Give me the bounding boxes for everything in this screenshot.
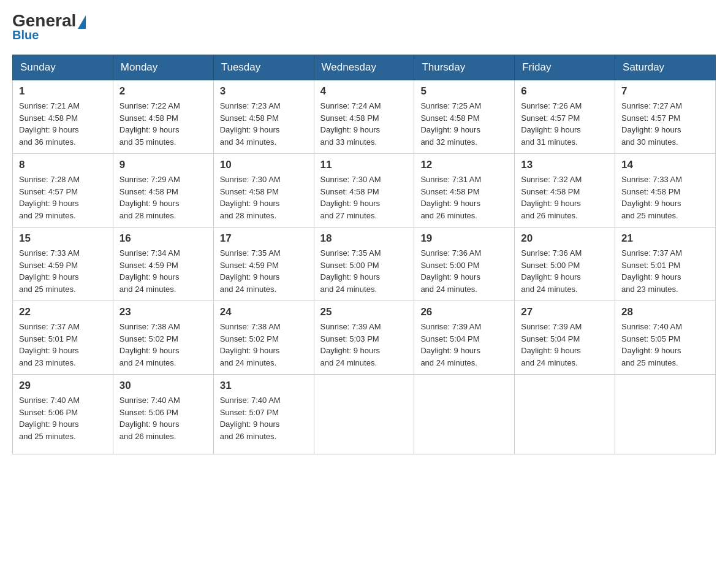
day-info: Sunrise: 7:25 AMSunset: 4:58 PMDaylight:… [420, 100, 508, 148]
calendar-cell: 8Sunrise: 7:28 AMSunset: 4:57 PMDaylight… [13, 154, 113, 228]
calendar-cell: 15Sunrise: 7:33 AMSunset: 4:59 PMDayligh… [13, 228, 113, 301]
day-info: Sunrise: 7:37 AMSunset: 5:01 PMDaylight:… [19, 321, 107, 369]
calendar-cell: 1Sunrise: 7:21 AMSunset: 4:58 PMDaylight… [13, 80, 113, 154]
day-info: Sunrise: 7:31 AMSunset: 4:58 PMDaylight:… [420, 174, 508, 221]
day-info: Sunrise: 7:24 AMSunset: 4:58 PMDaylight:… [320, 100, 408, 148]
day-info: Sunrise: 7:38 AMSunset: 5:02 PMDaylight:… [220, 321, 308, 369]
calendar-cell: 2Sunrise: 7:22 AMSunset: 4:58 PMDaylight… [113, 80, 213, 154]
calendar-cell: 28Sunrise: 7:40 AMSunset: 5:05 PMDayligh… [615, 301, 716, 375]
calendar-cell: 6Sunrise: 7:26 AMSunset: 4:57 PMDaylight… [515, 80, 615, 154]
calendar-cell: 3Sunrise: 7:23 AMSunset: 4:58 PMDaylight… [213, 80, 314, 154]
calendar-week-row: 8Sunrise: 7:28 AMSunset: 4:57 PMDaylight… [13, 154, 716, 228]
day-info: Sunrise: 7:29 AMSunset: 4:58 PMDaylight:… [119, 174, 207, 221]
day-number: 13 [521, 159, 609, 171]
day-info: Sunrise: 7:35 AMSunset: 5:00 PMDaylight:… [320, 247, 408, 295]
day-info: Sunrise: 7:40 AMSunset: 5:06 PMDaylight:… [119, 394, 207, 442]
day-number: 31 [220, 380, 308, 392]
day-number: 23 [119, 306, 207, 318]
day-number: 5 [420, 85, 508, 98]
day-number: 22 [19, 306, 107, 318]
calendar-cell: 4Sunrise: 7:24 AMSunset: 4:58 PMDaylight… [314, 80, 414, 154]
header-monday: Monday [113, 55, 213, 80]
header-wednesday: Wednesday [314, 55, 414, 80]
day-number: 26 [420, 306, 508, 318]
calendar-week-row: 1Sunrise: 7:21 AMSunset: 4:58 PMDaylight… [13, 80, 716, 154]
calendar-cell: 25Sunrise: 7:39 AMSunset: 5:03 PMDayligh… [314, 301, 414, 375]
calendar-cell: 30Sunrise: 7:40 AMSunset: 5:06 PMDayligh… [113, 375, 213, 454]
calendar-cell: 20Sunrise: 7:36 AMSunset: 5:00 PMDayligh… [515, 228, 615, 301]
day-number: 25 [320, 306, 408, 318]
calendar-cell [515, 375, 615, 454]
day-number: 24 [220, 306, 308, 318]
calendar-week-row: 29Sunrise: 7:40 AMSunset: 5:06 PMDayligh… [13, 375, 716, 454]
calendar-cell: 12Sunrise: 7:31 AMSunset: 4:58 PMDayligh… [414, 154, 515, 228]
header-saturday: Saturday [615, 55, 716, 80]
calendar-cell: 17Sunrise: 7:35 AMSunset: 4:59 PMDayligh… [213, 228, 314, 301]
calendar-cell: 19Sunrise: 7:36 AMSunset: 5:00 PMDayligh… [414, 228, 515, 301]
day-info: Sunrise: 7:35 AMSunset: 4:59 PMDaylight:… [220, 247, 308, 295]
calendar-cell: 16Sunrise: 7:34 AMSunset: 4:59 PMDayligh… [113, 228, 213, 301]
logo-blue-text: Blue [12, 28, 39, 42]
logo-general-text: General [12, 12, 86, 29]
calendar-cell: 31Sunrise: 7:40 AMSunset: 5:07 PMDayligh… [213, 375, 314, 454]
calendar-cell [615, 375, 716, 454]
day-info: Sunrise: 7:22 AMSunset: 4:58 PMDaylight:… [119, 100, 207, 148]
calendar-week-row: 22Sunrise: 7:37 AMSunset: 5:01 PMDayligh… [13, 301, 716, 375]
calendar-cell [314, 375, 414, 454]
calendar-cell: 23Sunrise: 7:38 AMSunset: 5:02 PMDayligh… [113, 301, 213, 375]
day-number: 4 [320, 85, 408, 98]
day-number: 27 [521, 306, 609, 318]
day-info: Sunrise: 7:27 AMSunset: 4:57 PMDaylight:… [621, 100, 709, 148]
day-number: 16 [119, 232, 207, 245]
calendar-cell: 29Sunrise: 7:40 AMSunset: 5:06 PMDayligh… [13, 375, 113, 454]
header-thursday: Thursday [414, 55, 515, 80]
calendar-cell [414, 375, 515, 454]
header-sunday: Sunday [13, 55, 113, 80]
day-number: 15 [19, 232, 107, 245]
day-number: 20 [521, 232, 609, 245]
header: General Blue [12, 12, 716, 42]
day-info: Sunrise: 7:26 AMSunset: 4:57 PMDaylight:… [521, 100, 609, 148]
day-number: 12 [420, 159, 508, 171]
day-number: 29 [19, 380, 107, 392]
day-number: 9 [119, 159, 207, 171]
day-number: 14 [621, 159, 709, 171]
day-number: 28 [621, 306, 709, 318]
day-number: 19 [420, 232, 508, 245]
day-number: 7 [621, 85, 709, 98]
calendar-cell: 21Sunrise: 7:37 AMSunset: 5:01 PMDayligh… [615, 228, 716, 301]
day-info: Sunrise: 7:30 AMSunset: 4:58 PMDaylight:… [320, 174, 408, 221]
calendar-cell: 13Sunrise: 7:32 AMSunset: 4:58 PMDayligh… [515, 154, 615, 228]
day-info: Sunrise: 7:28 AMSunset: 4:57 PMDaylight:… [19, 174, 107, 221]
day-number: 17 [220, 232, 308, 245]
day-number: 30 [119, 380, 207, 392]
day-info: Sunrise: 7:23 AMSunset: 4:58 PMDaylight:… [220, 100, 308, 148]
calendar-cell: 26Sunrise: 7:39 AMSunset: 5:04 PMDayligh… [414, 301, 515, 375]
day-number: 3 [220, 85, 308, 98]
day-info: Sunrise: 7:33 AMSunset: 4:59 PMDaylight:… [19, 247, 107, 295]
calendar-cell: 18Sunrise: 7:35 AMSunset: 5:00 PMDayligh… [314, 228, 414, 301]
day-number: 6 [521, 85, 609, 98]
day-number: 8 [19, 159, 107, 171]
day-number: 2 [119, 85, 207, 98]
day-info: Sunrise: 7:39 AMSunset: 5:04 PMDaylight:… [521, 321, 609, 369]
calendar-cell: 9Sunrise: 7:29 AMSunset: 4:58 PMDaylight… [113, 154, 213, 228]
day-info: Sunrise: 7:30 AMSunset: 4:58 PMDaylight:… [220, 174, 308, 221]
calendar-cell: 5Sunrise: 7:25 AMSunset: 4:58 PMDaylight… [414, 80, 515, 154]
calendar-week-row: 15Sunrise: 7:33 AMSunset: 4:59 PMDayligh… [13, 228, 716, 301]
day-info: Sunrise: 7:39 AMSunset: 5:04 PMDaylight:… [420, 321, 508, 369]
header-tuesday: Tuesday [213, 55, 314, 80]
day-number: 11 [320, 159, 408, 171]
day-info: Sunrise: 7:33 AMSunset: 4:58 PMDaylight:… [621, 174, 709, 221]
calendar-table: SundayMondayTuesdayWednesdayThursdayFrid… [12, 55, 716, 454]
calendar-cell: 24Sunrise: 7:38 AMSunset: 5:02 PMDayligh… [213, 301, 314, 375]
day-info: Sunrise: 7:34 AMSunset: 4:59 PMDaylight:… [119, 247, 207, 295]
logo: General Blue [12, 12, 86, 42]
calendar-cell: 14Sunrise: 7:33 AMSunset: 4:58 PMDayligh… [615, 154, 716, 228]
calendar-cell: 27Sunrise: 7:39 AMSunset: 5:04 PMDayligh… [515, 301, 615, 375]
day-info: Sunrise: 7:40 AMSunset: 5:07 PMDaylight:… [220, 394, 308, 442]
calendar-cell: 7Sunrise: 7:27 AMSunset: 4:57 PMDaylight… [615, 80, 716, 154]
calendar-header-row: SundayMondayTuesdayWednesdayThursdayFrid… [13, 55, 716, 80]
day-number: 1 [19, 85, 107, 98]
day-info: Sunrise: 7:21 AMSunset: 4:58 PMDaylight:… [19, 100, 107, 148]
